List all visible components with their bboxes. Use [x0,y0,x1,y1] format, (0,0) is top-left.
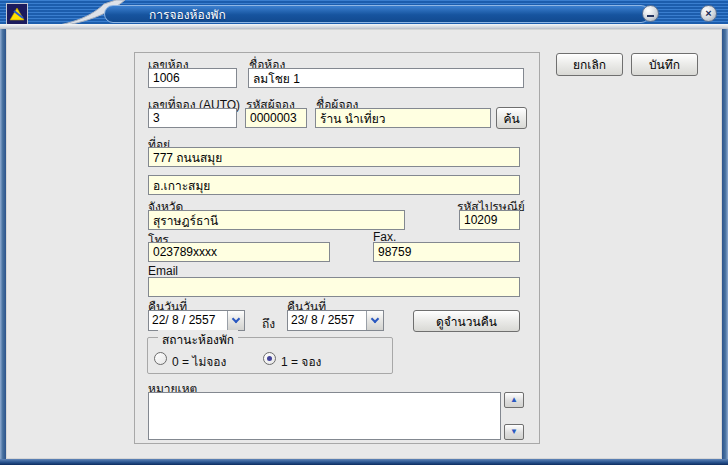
chevron-down-icon [371,315,379,323]
phone-input[interactable] [148,242,330,262]
title-pill: การจองห้องพัก [104,5,650,23]
room-booking-window: การจองห้องพัก × ยกเลิก บันทึก เลขห้อง ชื… [0,0,728,465]
window-frame-right [722,29,728,459]
window-frame-bottom [0,459,728,465]
night-to-dropdown-button[interactable] [366,311,383,330]
room-name-input[interactable] [248,68,524,88]
date-range-to-text: ถึง [262,314,275,333]
notes-scroll-down-button[interactable]: ▼ [504,424,524,440]
window-title: การจองห้องพัก [105,5,226,24]
titlebar[interactable]: การจองห้องพัก × [0,0,728,24]
notes-scroll-up-button[interactable]: ▲ [504,392,524,408]
radio-not-booked-label: 0 = ไม่จอง [172,352,226,371]
night-from-value: 22/ 8 / 2557 [149,311,227,330]
radio-not-booked[interactable] [154,352,167,365]
room-status-legend: สถานะห้องพัก [158,330,238,349]
booker-name-input[interactable] [315,108,491,128]
chevron-down-icon [232,315,240,323]
minimize-icon [647,15,654,17]
night-to-value: 23/ 8 / 2557 [288,311,366,330]
address-line2-input[interactable] [148,175,520,195]
address-line1-input[interactable] [148,147,520,167]
minimize-button[interactable] [642,5,659,22]
radio-booked[interactable] [263,352,276,365]
province-input[interactable] [148,210,405,230]
view-nights-button[interactable]: ดูจำนวนคืน [413,310,520,332]
booking-no-input[interactable] [148,108,237,128]
night-from-dropdown[interactable]: 22/ 8 / 2557 [148,310,245,331]
close-icon: × [705,8,711,19]
email-label: Email [148,264,178,278]
postal-code-input[interactable] [459,210,520,230]
save-button[interactable]: บันทึก [631,53,698,76]
fax-input[interactable] [373,242,520,262]
search-booker-button[interactable]: ค้น [496,107,527,129]
room-no-input[interactable] [148,68,237,88]
radio-booked-label: 1 = จอง [281,352,321,371]
email-input[interactable] [148,277,520,297]
app-logo-icon [6,3,28,25]
night-to-dropdown[interactable]: 23/ 8 / 2557 [287,310,384,331]
booker-code-input[interactable] [245,108,307,128]
notes-textarea[interactable] [148,392,501,440]
cancel-button[interactable]: ยกเลิก [556,53,623,76]
close-button[interactable]: × [700,5,717,22]
arrow-down-icon: ▼ [510,428,518,436]
night-from-dropdown-button[interactable] [227,311,244,330]
arrow-up-icon: ▲ [510,396,518,404]
